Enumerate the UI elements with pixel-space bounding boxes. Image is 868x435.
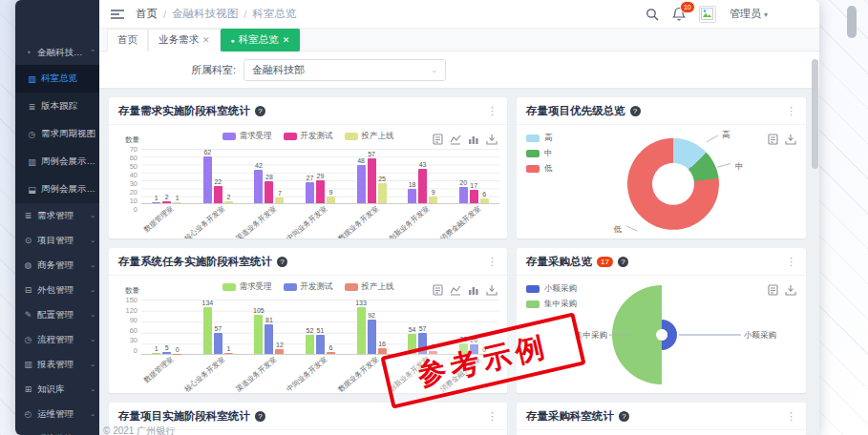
bar-rect[interactable] bbox=[378, 348, 387, 354]
bar-rect[interactable] bbox=[306, 335, 314, 354]
bar-投产上线[interactable]: 12 bbox=[275, 300, 285, 354]
help-icon[interactable]: ? bbox=[277, 257, 287, 267]
bar-rect[interactable] bbox=[254, 170, 263, 203]
close-icon[interactable]: ✕ bbox=[283, 35, 290, 45]
collapse-menu-icon[interactable] bbox=[111, 9, 124, 20]
legend-item-中[interactable]: 中 bbox=[526, 148, 553, 159]
legend-item-低[interactable]: 低 bbox=[526, 163, 553, 175]
sidebar-item-周例会展示报表-采购[interactable]: ⬓周例会展示报表-采购 bbox=[15, 176, 99, 203]
bar-投产上线[interactable]: 2 bbox=[223, 149, 233, 203]
bar-需求受理[interactable]: 1 bbox=[152, 149, 161, 203]
bar-需求受理[interactable]: 20 bbox=[458, 149, 468, 203]
sidebar-item-商务管理[interactable]: ◍商务管理⌄ bbox=[15, 253, 99, 278]
sidebar-item-金融科技视图[interactable]: ◔金融科技视图⌃ bbox=[15, 40, 99, 65]
close-icon[interactable]: ✕ bbox=[202, 35, 210, 45]
data-view-icon[interactable] bbox=[768, 282, 778, 300]
bar-需求受理[interactable]: 105 bbox=[254, 300, 264, 354]
bar-开发测试[interactable]: 2 bbox=[162, 149, 172, 203]
legend-item-需求受理[interactable]: 需求受理 bbox=[222, 131, 272, 142]
bar-投产上线[interactable]: 7 bbox=[275, 149, 285, 203]
sidebar-item-报表管理[interactable]: ▥报表管理⌄ bbox=[15, 352, 99, 377]
dept-select[interactable]: 金融科技部 ⌄ bbox=[243, 59, 446, 81]
bar-rect[interactable] bbox=[480, 198, 489, 203]
bar-rect[interactable] bbox=[316, 335, 325, 354]
sidebar-item-知识库[interactable]: ⊞知识库⌄ bbox=[15, 377, 99, 402]
sidebar-item-系统监控[interactable]: ⌗系统监控⌄ bbox=[15, 426, 99, 435]
bar-需求受理[interactable]: 52 bbox=[305, 300, 314, 354]
bar-需求受理[interactable]: 18 bbox=[408, 149, 417, 203]
bar-投产上线[interactable]: 6 bbox=[326, 300, 335, 354]
bar-投产上线[interactable]: 1 bbox=[223, 300, 233, 354]
bar-rect[interactable] bbox=[459, 187, 468, 203]
tab-首页[interactable]: 首页 bbox=[107, 29, 148, 52]
bar-rect[interactable] bbox=[275, 197, 284, 203]
bar-rect[interactable] bbox=[429, 197, 437, 203]
bar-rect[interactable] bbox=[152, 202, 160, 203]
legend-item-投产上线[interactable]: 投产上线 bbox=[345, 131, 394, 142]
breadcrumb-home[interactable]: 首页 bbox=[136, 7, 158, 21]
legend-item-开发测试[interactable]: 开发测试 bbox=[284, 131, 333, 142]
bar-rect[interactable] bbox=[368, 158, 376, 203]
data-view-icon[interactable] bbox=[768, 132, 778, 149]
bar-rect[interactable] bbox=[357, 307, 366, 354]
bar-开发测试[interactable]: 81 bbox=[265, 300, 274, 354]
bar-需求受理[interactable]: 54 bbox=[408, 300, 417, 354]
download-icon[interactable] bbox=[785, 132, 796, 149]
bar-开发测试[interactable]: 57 bbox=[213, 300, 222, 354]
bar-投产上线[interactable]: 25 bbox=[377, 149, 387, 203]
legend-item-高[interactable]: 高 bbox=[526, 133, 553, 144]
search-icon[interactable] bbox=[646, 8, 659, 21]
bar-开发测试[interactable]: 92 bbox=[367, 300, 376, 354]
bar-投产上线[interactable]: 6 bbox=[479, 149, 489, 203]
bar-chart-icon[interactable] bbox=[468, 282, 479, 300]
bar-rect[interactable] bbox=[162, 352, 171, 354]
bar-开发测试[interactable]: 5 bbox=[162, 300, 172, 354]
bar-rect[interactable] bbox=[368, 320, 376, 354]
bar-需求受理[interactable]: 27 bbox=[305, 149, 314, 203]
bar-rect[interactable] bbox=[306, 182, 314, 203]
bar-rect[interactable] bbox=[418, 169, 427, 203]
sidebar-item-需求周期视图[interactable]: ◷需求周期视图 bbox=[15, 120, 99, 148]
user-avatar[interactable] bbox=[699, 6, 716, 23]
bar-rect[interactable] bbox=[173, 202, 181, 203]
sidebar-item-版本跟踪[interactable]: ≣版本跟踪 bbox=[15, 93, 99, 120]
user-menu[interactable]: 管理员 ▾ bbox=[730, 7, 768, 21]
bar-rect[interactable] bbox=[327, 197, 335, 203]
card-menu-icon[interactable]: ⋮ bbox=[487, 105, 498, 117]
bar-rect[interactable] bbox=[224, 353, 233, 354]
card-menu-icon[interactable]: ⋮ bbox=[786, 410, 796, 423]
background-scrollbar-pill[interactable] bbox=[847, 6, 857, 38]
sidebar-item-外包管理[interactable]: ⊟外包管理⌄ bbox=[15, 278, 99, 302]
breadcrumb-fintech-view[interactable]: 金融科技视图 bbox=[172, 7, 238, 21]
legend-item-小额采购[interactable]: 小额采购 bbox=[526, 283, 577, 295]
sidebar-item-需求管理[interactable]: ≣需求管理⌄ bbox=[15, 203, 99, 228]
bar-rect[interactable] bbox=[152, 353, 160, 354]
bar-rect[interactable] bbox=[265, 324, 273, 354]
legend-item-集中采购[interactable]: 集中采购 bbox=[526, 299, 577, 310]
bar-需求受理[interactable]: 1 bbox=[152, 300, 161, 354]
bar-开发测试[interactable]: 17 bbox=[469, 149, 478, 203]
bar-开发测试[interactable]: 28 bbox=[265, 149, 274, 203]
bar-rect[interactable] bbox=[316, 180, 325, 203]
bar-rect[interactable] bbox=[254, 315, 263, 354]
bar-rect[interactable] bbox=[265, 181, 273, 203]
download-icon[interactable] bbox=[785, 282, 796, 300]
help-icon[interactable]: ? bbox=[255, 411, 265, 422]
card-menu-icon[interactable]: ⋮ bbox=[487, 256, 498, 268]
bar-需求受理[interactable]: 134 bbox=[202, 300, 212, 354]
bar-投产上线[interactable]: 9 bbox=[326, 149, 335, 203]
data-view-icon[interactable] bbox=[433, 282, 443, 300]
data-view-icon[interactable] bbox=[433, 132, 443, 149]
bar-rect[interactable] bbox=[203, 307, 212, 354]
priority-donut-chart[interactable]: 高 中 低 bbox=[627, 138, 719, 230]
bar-投产上线[interactable]: 9 bbox=[429, 149, 438, 203]
sidebar-item-科室总览[interactable]: ▥科室总览 bbox=[15, 65, 99, 93]
bar-rect[interactable] bbox=[214, 186, 222, 203]
bar-rect[interactable] bbox=[173, 354, 181, 355]
help-icon[interactable]: ? bbox=[255, 106, 265, 116]
notifications-bell-icon[interactable]: 10 bbox=[672, 7, 686, 21]
bar-需求受理[interactable]: 133 bbox=[356, 300, 366, 354]
sidebar-item-运维管理[interactable]: ◴运维管理⌄ bbox=[15, 402, 99, 426]
line-chart-icon[interactable] bbox=[450, 282, 461, 300]
legend-item-需求受理[interactable]: 需求受理 bbox=[222, 281, 272, 293]
